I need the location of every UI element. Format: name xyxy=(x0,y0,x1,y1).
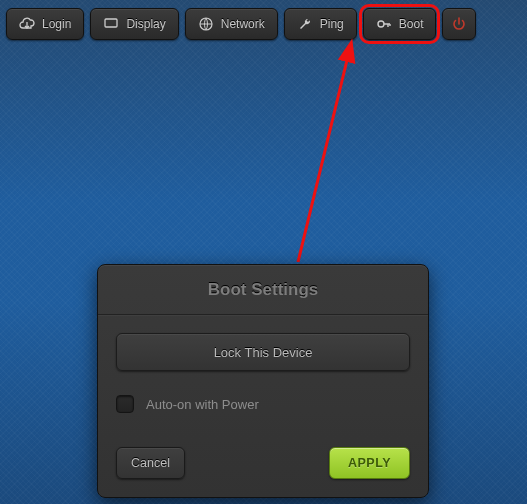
lock-device-label: Lock This Device xyxy=(214,345,313,360)
network-button[interactable]: Network xyxy=(185,8,278,40)
power-button[interactable] xyxy=(442,8,476,40)
modal-body: Lock This Device Auto-on with Power xyxy=(98,315,428,447)
auto-on-label: Auto-on with Power xyxy=(146,397,259,412)
cloud-icon xyxy=(19,16,35,32)
globe-icon xyxy=(198,16,214,32)
apply-label: APPLY xyxy=(348,456,391,470)
display-icon xyxy=(103,16,119,32)
auto-on-checkbox[interactable] xyxy=(116,395,134,413)
boot-settings-modal: Boot Settings Lock This Device Auto-on w… xyxy=(97,264,429,498)
wrench-icon xyxy=(297,16,313,32)
boot-label: Boot xyxy=(399,17,424,31)
ping-button[interactable]: Ping xyxy=(284,8,357,40)
display-label: Display xyxy=(126,17,165,31)
lock-device-button[interactable]: Lock This Device xyxy=(116,333,410,371)
auto-on-row: Auto-on with Power xyxy=(116,395,410,413)
login-label: Login xyxy=(42,17,71,31)
power-icon xyxy=(451,16,467,32)
network-label: Network xyxy=(221,17,265,31)
ping-label: Ping xyxy=(320,17,344,31)
login-button[interactable]: Login xyxy=(6,8,84,40)
apply-button[interactable]: APPLY xyxy=(329,447,410,479)
boot-button[interactable]: Boot xyxy=(363,8,437,40)
cancel-label: Cancel xyxy=(131,456,170,470)
key-icon xyxy=(376,16,392,32)
svg-rect-0 xyxy=(105,19,117,27)
modal-title: Boot Settings xyxy=(208,280,319,300)
modal-header: Boot Settings xyxy=(98,265,428,315)
toolbar: Login Display Network Ping Boot xyxy=(6,4,521,44)
cancel-button[interactable]: Cancel xyxy=(116,447,185,479)
modal-footer: Cancel APPLY xyxy=(98,447,428,497)
svg-line-3 xyxy=(298,56,348,262)
svg-point-2 xyxy=(378,21,384,27)
display-button[interactable]: Display xyxy=(90,8,178,40)
